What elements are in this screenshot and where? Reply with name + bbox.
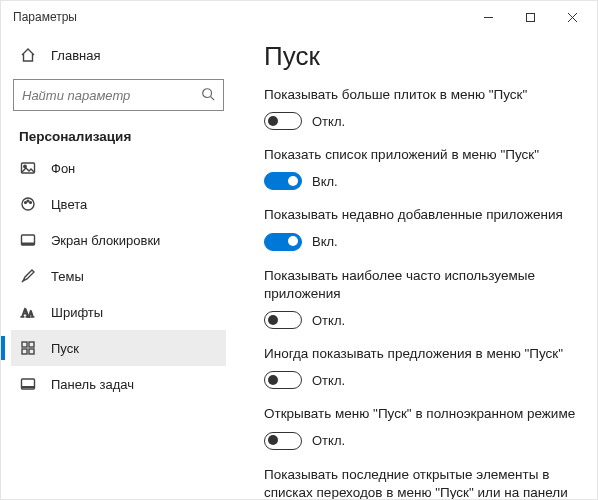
setting-5: Открывать меню "Пуск" в полноэкранном ре… <box>264 405 577 449</box>
toggle-state-text: Откл. <box>312 373 345 388</box>
page-title: Пуск <box>264 41 577 72</box>
toggle-knob <box>268 315 278 325</box>
setting-2: Показывать недавно добавленные приложени… <box>264 206 577 250</box>
window-titlebar: Параметры <box>1 1 597 33</box>
svg-point-11 <box>30 202 32 204</box>
sidebar-item-label: Экран блокировки <box>51 233 160 248</box>
toggle-knob <box>288 176 298 186</box>
sidebar-item-label: Цвета <box>51 197 87 212</box>
toggle-switch[interactable] <box>264 112 302 130</box>
toggle-row: Откл. <box>264 371 577 389</box>
toggle-knob <box>268 116 278 126</box>
start-icon <box>19 339 37 357</box>
setting-label: Показать список приложений в меню "Пуск" <box>264 146 577 164</box>
search-input[interactable] <box>22 88 201 103</box>
setting-3: Показывать наиболее часто используемые п… <box>264 267 577 329</box>
setting-label: Показывать недавно добавленные приложени… <box>264 206 577 224</box>
toggle-row: Вкл. <box>264 172 577 190</box>
toggle-state-text: Откл. <box>312 433 345 448</box>
sidebar: Главная Персонализация ФонЦветаЭкран бло… <box>1 33 236 499</box>
sidebar-item-label: Темы <box>51 269 84 284</box>
sidebar-item-lockscreen[interactable]: Экран блокировки <box>11 222 226 258</box>
minimize-button[interactable] <box>467 3 509 31</box>
image-icon <box>19 159 37 177</box>
svg-rect-18 <box>22 349 27 354</box>
home-icon <box>19 46 37 64</box>
search-icon <box>201 87 215 104</box>
setting-label: Показывать больше плиток в меню "Пуск" <box>264 86 577 104</box>
sidebar-item-font[interactable]: AAШрифты <box>11 294 226 330</box>
toggle-state-text: Вкл. <box>312 174 338 189</box>
setting-6: Показывать последние открытые элементы в… <box>264 466 577 499</box>
setting-label: Иногда показывать предложения в меню "Пу… <box>264 345 577 363</box>
setting-1: Показать список приложений в меню "Пуск"… <box>264 146 577 190</box>
sidebar-section-title: Персонализация <box>11 121 226 150</box>
sidebar-item-label: Шрифты <box>51 305 103 320</box>
font-icon: AA <box>19 303 37 321</box>
main-pane: Пуск Показывать больше плиток в меню "Пу… <box>236 33 597 499</box>
setting-label: Показывать последние открытые элементы в… <box>264 466 577 499</box>
toggle-switch[interactable] <box>264 233 302 251</box>
toggle-knob <box>268 435 278 445</box>
svg-text:A: A <box>28 310 34 319</box>
setting-label: Открывать меню "Пуск" в полноэкранном ре… <box>264 405 577 423</box>
toggle-switch[interactable] <box>264 311 302 329</box>
toggle-row: Откл. <box>264 112 577 130</box>
close-button[interactable] <box>551 3 593 31</box>
toggle-state-text: Откл. <box>312 114 345 129</box>
window-title: Параметры <box>13 10 77 24</box>
svg-line-5 <box>211 96 215 100</box>
toggle-row: Откл. <box>264 311 577 329</box>
toggle-switch[interactable] <box>264 432 302 450</box>
search-box[interactable] <box>13 79 224 111</box>
toggle-switch[interactable] <box>264 172 302 190</box>
sidebar-item-label: Пуск <box>51 341 79 356</box>
sidebar-item-label: Фон <box>51 161 75 176</box>
toggle-switch[interactable] <box>264 371 302 389</box>
sidebar-item-image[interactable]: Фон <box>11 150 226 186</box>
svg-point-4 <box>203 88 212 97</box>
toggle-state-text: Откл. <box>312 313 345 328</box>
setting-label: Показывать наиболее часто используемые п… <box>264 267 577 303</box>
sidebar-item-label: Панель задач <box>51 377 134 392</box>
sidebar-item-taskbar[interactable]: Панель задач <box>11 366 226 402</box>
svg-point-10 <box>27 200 29 202</box>
svg-rect-17 <box>29 342 34 347</box>
setting-0: Показывать больше плиток в меню "Пуск"От… <box>264 86 577 130</box>
sidebar-item-brush[interactable]: Темы <box>11 258 226 294</box>
svg-rect-16 <box>22 342 27 347</box>
toggle-row: Откл. <box>264 432 577 450</box>
svg-rect-13 <box>22 243 35 246</box>
toggle-knob <box>288 236 298 246</box>
lockscreen-icon <box>19 231 37 249</box>
sidebar-home-label: Главная <box>51 48 100 63</box>
toggle-knob <box>268 375 278 385</box>
svg-point-9 <box>25 202 27 204</box>
palette-icon <box>19 195 37 213</box>
sidebar-home[interactable]: Главная <box>11 37 226 73</box>
maximize-button[interactable] <box>509 3 551 31</box>
toggle-row: Вкл. <box>264 233 577 251</box>
sidebar-item-start[interactable]: Пуск <box>11 330 226 366</box>
svg-rect-19 <box>29 349 34 354</box>
svg-rect-1 <box>526 13 534 21</box>
content-area: Главная Персонализация ФонЦветаЭкран бло… <box>1 33 597 499</box>
window-controls <box>467 3 593 31</box>
sidebar-item-palette[interactable]: Цвета <box>11 186 226 222</box>
setting-4: Иногда показывать предложения в меню "Пу… <box>264 345 577 389</box>
toggle-state-text: Вкл. <box>312 234 338 249</box>
brush-icon <box>19 267 37 285</box>
taskbar-icon <box>19 375 37 393</box>
